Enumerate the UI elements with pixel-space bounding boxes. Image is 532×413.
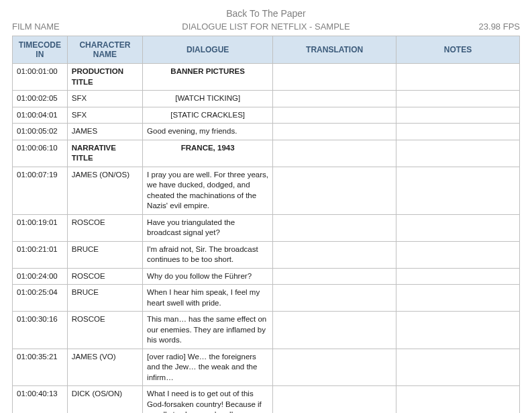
cell-translation: [273, 285, 396, 312]
cell-notes: [396, 64, 520, 91]
table-row: 01:00:30:16ROSCOE This man… has the same…: [13, 312, 520, 349]
col-notes: NOTES: [396, 36, 520, 64]
table-row: 01:00:21:01BRUCE I'm afraid not, Sir. Th…: [13, 241, 520, 268]
cell-translation: [273, 124, 396, 140]
cell-translation: [273, 312, 396, 349]
cell-dialogue: Have you triangulated the broadcast sign…: [143, 214, 273, 241]
cell-translation: [273, 349, 396, 386]
cell-character: NARRATIVE TITLE: [67, 140, 142, 167]
cell-dialogue: [STATIC CRACKLES]: [143, 107, 273, 124]
cell-dialogue: [WATCH TICKING]: [143, 91, 273, 107]
cell-dialogue: BANNER PICTURES: [143, 64, 273, 91]
cell-timecode: 01:00:30:16: [13, 312, 68, 349]
dialogue-table: TIMECODE IN CHARACTER NAME DIALOGUE TRAN…: [12, 36, 520, 413]
cell-timecode: 01:00:01:00: [13, 64, 68, 91]
cell-translation: [273, 107, 396, 124]
cell-character: BRUCE: [67, 241, 142, 268]
cell-character: PRODUCTION TITLE: [67, 64, 142, 91]
cell-notes: [396, 107, 520, 124]
cell-dialogue: I pray you are well. For three years, we…: [143, 167, 273, 214]
cell-translation: [273, 64, 396, 91]
fps-label: 23.98 FPS: [439, 21, 520, 32]
cell-character: JAMES (ON/OS): [67, 167, 142, 214]
cell-translation: [273, 214, 396, 241]
cell-translation: [273, 91, 396, 107]
cell-notes: [396, 285, 520, 312]
cell-character: JAMES (VO): [67, 349, 142, 386]
cell-dialogue: This man… has the same effect on our ene…: [143, 312, 273, 349]
cell-notes: [396, 167, 520, 214]
cell-timecode: 01:00:02:05: [13, 91, 68, 107]
cell-translation: [273, 167, 396, 214]
cell-character: BRUCE: [67, 285, 142, 312]
cell-dialogue: What I need is to get out of this God-fo…: [143, 386, 273, 413]
cell-notes: [396, 91, 520, 107]
table-body: 01:00:01:00PRODUCTION TITLEBANNER PICTUR…: [13, 64, 520, 414]
cell-translation: [273, 140, 396, 167]
doc-subtitle: DIALOGUE LIST FOR NETFLIX - SAMPLE: [93, 21, 439, 32]
cell-dialogue: Good evening, my friends.: [143, 124, 273, 140]
cell-dialogue: FRANCE, 1943: [143, 140, 273, 167]
cell-notes: [396, 312, 520, 349]
page: Back To The Paper FILM NAME DIALOGUE LIS…: [0, 0, 532, 413]
film-name-label: FILM NAME: [12, 21, 93, 32]
cell-translation: [273, 268, 396, 285]
cell-timecode: 01:00:24:00: [13, 268, 68, 285]
table-row: 01:00:01:00PRODUCTION TITLEBANNER PICTUR…: [13, 64, 520, 91]
cell-character: SFX: [67, 107, 142, 124]
doc-title: Back To The Paper: [12, 5, 520, 20]
col-timecode: TIMECODE IN: [13, 36, 68, 64]
cell-notes: [396, 214, 520, 241]
cell-notes: [396, 140, 520, 167]
cell-translation: [273, 386, 396, 413]
col-character: CHARACTER NAME: [67, 36, 142, 64]
cell-notes: [396, 241, 520, 268]
cell-timecode: 01:00:05:02: [13, 124, 68, 140]
cell-notes: [396, 124, 520, 140]
table-header-row: TIMECODE IN CHARACTER NAME DIALOGUE TRAN…: [13, 36, 520, 64]
table-row: 01:00:19:01ROSCOE Have you triangulated …: [13, 214, 520, 241]
cell-translation: [273, 241, 396, 268]
cell-timecode: 01:00:06:10: [13, 140, 68, 167]
cell-dialogue: I'm afraid not, Sir. The broadcast conti…: [143, 241, 273, 268]
cell-notes: [396, 268, 520, 285]
cell-dialogue: [over radio] We… the foreigners and the …: [143, 349, 273, 386]
table-row: 01:00:06:10NARRATIVE TITLEFRANCE, 1943: [13, 140, 520, 167]
cell-timecode: 01:00:19:01: [13, 214, 68, 241]
cell-dialogue: Why do you follow the Führer?: [143, 268, 273, 285]
table-row: 01:00:04:01SFX[STATIC CRACKLES]: [13, 107, 520, 124]
cell-character: ROSCOE: [67, 312, 142, 349]
col-dialogue: DIALOGUE: [143, 36, 273, 64]
meta-row: FILM NAME DIALOGUE LIST FOR NETFLIX - SA…: [12, 20, 520, 36]
cell-timecode: 01:00:40:13: [13, 386, 68, 413]
cell-dialogue: When I hear him speak, I feel my heart s…: [143, 285, 273, 312]
table-row: 01:00:07:19JAMES (ON/OS)I pray you are w…: [13, 167, 520, 214]
cell-timecode: 01:00:07:19: [13, 167, 68, 214]
table-row: 01:00:05:02JAMESGood evening, my friends…: [13, 124, 520, 140]
cell-timecode: 01:00:21:01: [13, 241, 68, 268]
cell-character: SFX: [67, 91, 142, 107]
cell-timecode: 01:00:04:01: [13, 107, 68, 124]
table-row: 01:00:40:13DICK (OS/ON) What I need is t…: [13, 386, 520, 413]
table-row: 01:00:25:04BRUCE When I hear him speak, …: [13, 285, 520, 312]
cell-character: ROSCOE: [67, 214, 142, 241]
table-row: 01:00:35:21JAMES (VO) [over radio] We… t…: [13, 349, 520, 386]
cell-notes: [396, 386, 520, 413]
col-translation: TRANSLATION: [273, 36, 396, 64]
table-row: 01:00:24:00ROSCOE Why do you follow the …: [13, 268, 520, 285]
cell-notes: [396, 349, 520, 386]
cell-timecode: 01:00:25:04: [13, 285, 68, 312]
cell-character: DICK (OS/ON): [67, 386, 142, 413]
cell-character: ROSCOE: [67, 268, 142, 285]
cell-timecode: 01:00:35:21: [13, 349, 68, 386]
cell-character: JAMES: [67, 124, 142, 140]
table-row: 01:00:02:05SFX[WATCH TICKING]: [13, 91, 520, 107]
